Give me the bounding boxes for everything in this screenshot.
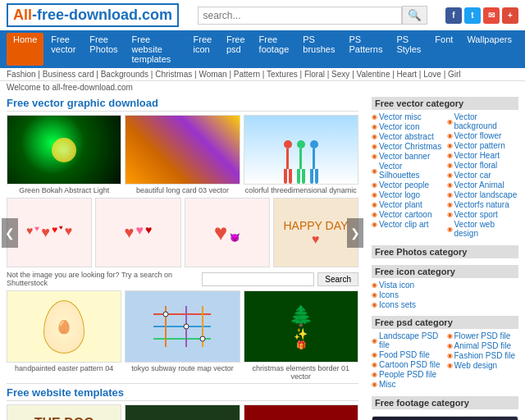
- nav-font[interactable]: Font: [428, 33, 459, 66]
- link-vector-icon[interactable]: Vector icon: [379, 122, 419, 131]
- template-item-3[interactable]: emboutillage Lorem ipsum dolor sit: [244, 404, 358, 420]
- link-vector-pattern[interactable]: Vector pattern: [454, 141, 505, 150]
- link-vector-misc[interactable]: Vector misc: [379, 112, 422, 121]
- nav-free-vector[interactable]: Free vector: [44, 33, 82, 66]
- link-vector-clip-art[interactable]: Vector clip art: [379, 220, 429, 229]
- shutterstock-search-input[interactable]: [202, 272, 314, 286]
- sidebar-link-christmas[interactable]: ◉Vector Christmas: [372, 142, 444, 151]
- sidebar-link-people-psd[interactable]: ◉People PSD file: [372, 370, 444, 379]
- sidebar-link-clip-art[interactable]: ◉Vector clip art: [372, 220, 444, 229]
- sidebar-link-floral[interactable]: ◉Vector floral: [447, 161, 519, 170]
- link-people-psd[interactable]: People PSD file: [379, 370, 436, 379]
- nav-ps-patterns[interactable]: PS Patterns: [342, 33, 389, 66]
- carousel-next[interactable]: ❯: [347, 218, 363, 248]
- link-food-psd[interactable]: Food PSD file: [379, 350, 430, 359]
- link-fashion-psd[interactable]: Fashion PSD file: [454, 351, 515, 360]
- nav-wallpapers[interactable]: Wallpapers: [460, 33, 518, 66]
- link-animal-psd[interactable]: Animal PSD file: [454, 341, 511, 350]
- sidebar-link-vista[interactable]: ◉Vista icon: [372, 281, 518, 290]
- carousel-item-3[interactable]: ♥ 😈: [185, 198, 270, 267]
- link-icons[interactable]: Icons: [379, 290, 399, 299]
- link-vector-abstract[interactable]: Vector abstract: [379, 132, 434, 141]
- link-vector-flower[interactable]: Vector flower: [454, 131, 502, 140]
- carousel-item-2[interactable]: ♥ ♥ ♥: [95, 198, 180, 267]
- sidebar-link-sport[interactable]: ◉Vector sport: [447, 210, 519, 219]
- shutterstock-ad[interactable]: 🎬 disc●ver 600,000+ high-quality video c…: [372, 416, 518, 420]
- sidebar-link-fashion-psd[interactable]: ◉Fashion PSD file: [447, 351, 519, 360]
- search-input[interactable]: [198, 7, 402, 25]
- facebook-icon[interactable]: f: [445, 7, 462, 24]
- sidebar-link-heart[interactable]: ◉Vector Heart: [447, 151, 519, 160]
- sidebar-link-food-psd[interactable]: ◉Food PSD file: [372, 350, 444, 359]
- sidebar-link-icons-sets[interactable]: ◉Icons sets: [372, 300, 518, 309]
- bottom-item-3[interactable]: 🌲 ✨ 🎁 christmas elements border 01 vecto…: [244, 290, 358, 381]
- search-button[interactable]: 🔍: [402, 6, 427, 25]
- nav-home[interactable]: Home: [7, 33, 43, 66]
- sidebar-link-abstract[interactable]: ◉Vector abstract: [372, 132, 444, 141]
- nav-website-templates[interactable]: Free website templates: [126, 33, 186, 66]
- sidebar-link-web-design[interactable]: ◉Vector web design: [447, 220, 519, 238]
- sidebar-link-flower[interactable]: ◉Vector flower: [447, 131, 519, 140]
- sidebar-link-people[interactable]: ◉Vector people: [372, 180, 444, 189]
- link-vector-car[interactable]: Vector car: [454, 171, 491, 180]
- bottom-item-1[interactable]: 🥚 handpainted easter pattern 04: [7, 290, 121, 381]
- vector-item-2[interactable]: beautiful long card 03 vector: [125, 115, 240, 194]
- sidebar-link-car[interactable]: ◉Vector car: [447, 171, 519, 180]
- sidebar-link-cartoon[interactable]: ◉Vector cartoon: [372, 210, 444, 219]
- nav-free-psd[interactable]: Free psd: [220, 33, 252, 66]
- sidebar-link-misc[interactable]: ◉Vector misc: [372, 112, 444, 121]
- link-vector-web-design[interactable]: Vector web design: [454, 220, 519, 238]
- sidebar-link-icon[interactable]: ◉Vector icon: [372, 122, 444, 131]
- sidebar-link-misc-psd[interactable]: ◉Misc: [372, 380, 444, 389]
- sidebar-link-landscape-psd[interactable]: ◉Landscape PSD file: [372, 331, 444, 349]
- sidebar-link-plant[interactable]: ◉Vector plant: [372, 200, 444, 209]
- link-vector-sport[interactable]: Vector sport: [454, 210, 498, 219]
- link-vector-silhouettes[interactable]: Vector Silhouettes: [379, 162, 444, 180]
- nav-free-icon[interactable]: Free icon: [187, 33, 219, 66]
- sidebar-link-animal[interactable]: ◉Vector Animal: [447, 180, 519, 189]
- link-vector-natura[interactable]: Vectorfs natura: [454, 200, 509, 209]
- sidebar-link-landscape[interactable]: ◉Vector landscape: [447, 190, 519, 199]
- link-vista-icon[interactable]: Vista icon: [379, 281, 414, 290]
- sidebar-link-silhouettes[interactable]: ◉Vector Silhouettes: [372, 162, 444, 180]
- template-item-2[interactable]: impeccable Lorem ipsum dolor: [125, 404, 240, 420]
- link-vector-banner[interactable]: Vector banner: [379, 152, 430, 161]
- sidebar-link-flower-psd[interactable]: ◉Flower PSD file: [447, 331, 519, 340]
- link-web-design-psd[interactable]: Web design: [454, 361, 498, 370]
- nav-ps-styles[interactable]: PS Styles: [390, 33, 427, 66]
- link-vector-background[interactable]: Vector background: [454, 112, 519, 130]
- carousel-prev[interactable]: ❮: [2, 218, 18, 248]
- sidebar-link-natura[interactable]: ◉Vectorfs natura: [447, 200, 519, 209]
- link-icons-sets[interactable]: Icons sets: [379, 300, 416, 309]
- link-landscape-psd[interactable]: Landscape PSD file: [379, 331, 444, 349]
- link-misc-psd[interactable]: Misc: [379, 380, 396, 389]
- carousel-item-4[interactable]: HAPPY DAY ♥: [273, 198, 358, 267]
- email-icon[interactable]: ✉: [483, 7, 500, 24]
- link-vector-landscape[interactable]: Vector landscape: [454, 190, 518, 199]
- sidebar-link-pattern[interactable]: ◉Vector pattern: [447, 141, 519, 150]
- sidebar-link-banner[interactable]: ◉Vector banner: [372, 152, 444, 161]
- link-vector-cartoon[interactable]: Vector cartoon: [379, 210, 431, 219]
- link-vector-heart[interactable]: Vector Heart: [454, 151, 500, 160]
- nav-ps-brushes[interactable]: PS brushes: [296, 33, 341, 66]
- link-vector-logo[interactable]: Vector logo: [379, 190, 420, 199]
- link-cartoon-psd[interactable]: Cartoon PSD file: [379, 360, 440, 369]
- sidebar-link-animal-psd[interactable]: ◉Animal PSD file: [447, 341, 519, 350]
- link-flower-psd[interactable]: Flower PSD file: [454, 331, 511, 340]
- nav-free-photos[interactable]: Free Photos: [83, 33, 124, 66]
- bottom-item-2[interactable]: tokyo subway route map vector: [125, 290, 240, 381]
- template-item-1[interactable]: THE DOG 🐕: [7, 404, 121, 420]
- link-vector-people[interactable]: Vector people: [379, 180, 429, 189]
- vector-item-3[interactable]: colorful threedimensional dynamic: [244, 115, 358, 194]
- nav-free-footage[interactable]: Free footage: [253, 33, 296, 66]
- sidebar-link-icons[interactable]: ◉Icons: [372, 290, 518, 299]
- link-vector-animal[interactable]: Vector Animal: [454, 180, 504, 189]
- link-vector-floral[interactable]: Vector floral: [454, 161, 498, 170]
- sidebar-link-background[interactable]: ◉Vector background: [447, 112, 519, 130]
- twitter-icon[interactable]: t: [464, 7, 481, 24]
- link-vector-christmas[interactable]: Vector Christmas: [379, 142, 441, 151]
- plus-icon[interactable]: +: [502, 7, 518, 24]
- vector-item-1[interactable]: Green Bokah Abstract Light: [7, 115, 121, 194]
- sidebar-link-cartoon-psd[interactable]: ◉Cartoon PSD file: [372, 360, 444, 369]
- link-vector-plant[interactable]: Vector plant: [379, 200, 422, 209]
